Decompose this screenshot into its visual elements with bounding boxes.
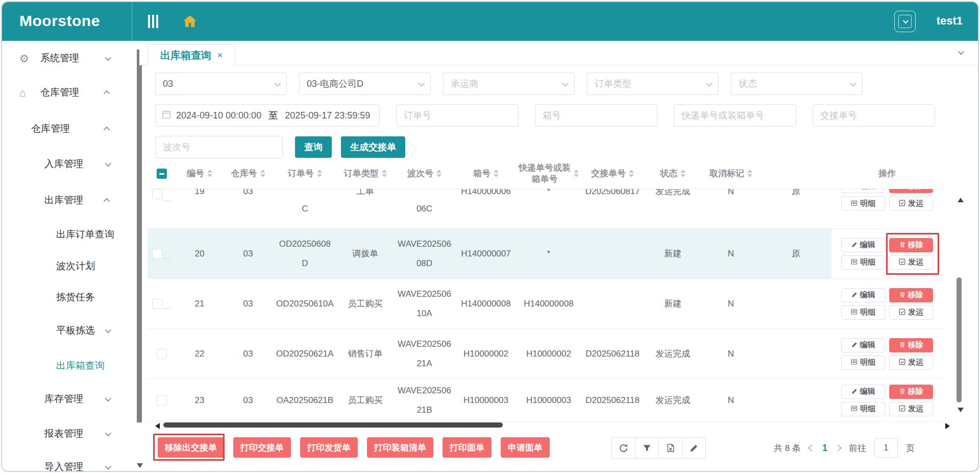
print-packing-list-button[interactable]: 打印装箱清单 [367,437,433,458]
row-expand-dots[interactable]: ... [163,302,172,311]
select-all-checkbox[interactable] [157,169,167,179]
sort-icon[interactable] [494,170,499,177]
detail-button[interactable]: 明细 [841,402,885,416]
warehouse-select[interactable]: 03 [155,73,287,95]
sidebar-item-system-management[interactable]: ⚙系统管理 [2,48,132,68]
column-header-order_type[interactable]: 订单类型 [337,158,394,188]
edit-button[interactable]: 编辑 [841,385,885,399]
detail-button[interactable]: 明细 [841,356,885,370]
column-header-warehouse_no[interactable]: 仓库号 [223,158,273,188]
sidebar-item-report-management[interactable]: 报表管理 [2,423,132,444]
status-select[interactable]: 状态 [731,73,863,95]
ship-button[interactable]: 发运 [889,196,933,210]
funnel-icon[interactable] [635,437,659,459]
remove-button[interactable]: 移除 [889,338,933,352]
row-expand-dots[interactable]: ... [163,252,172,261]
column-header-box_no[interactable]: 箱号 [455,158,517,188]
table-scroll-up-icon[interactable] [958,198,964,202]
edit-button[interactable]: 编辑 [841,288,885,302]
sidebar-item-inbound-management[interactable]: 入库管理 [2,154,132,174]
sidebar-item-inventory-management[interactable]: 库存管理 [2,389,132,409]
sidebar-scroll-down-icon[interactable] [137,463,143,468]
sidebar-scrollbar-thumb[interactable] [137,50,142,422]
company-select[interactable]: 03-电商公司D [299,73,431,95]
column-header-no[interactable]: 编号 [176,158,224,188]
sidebar-item-tablet-picking[interactable]: 平板拣选 [2,320,132,341]
table-scroll-down-icon[interactable] [958,408,964,412]
sidebar-item-warehouse-management-sub[interactable]: 仓库管理 [2,119,132,139]
handover-no-input[interactable] [813,104,935,127]
sort-icon[interactable] [574,170,579,177]
table-row[interactable]: ...2103OD20250610A员工购买WAVE202506 10AH140… [148,279,831,329]
column-header-status[interactable]: 状态 [645,158,701,188]
prev-page-icon[interactable] [808,444,815,452]
sidebar-item-warehouse-management[interactable]: ⌂仓库管理 [2,82,132,103]
edit-pencil-icon[interactable] [682,437,706,459]
column-header-wave_no[interactable]: 波次号 [394,158,455,188]
sort-icon[interactable] [747,170,752,177]
current-page[interactable]: 1 [822,443,827,454]
edit-button[interactable]: 编辑 [841,238,885,252]
row-checkbox[interactable] [152,189,162,199]
detail-button[interactable]: 明细 [841,255,885,270]
order-type-select[interactable]: 订单类型 [587,73,719,95]
next-page-icon[interactable] [835,444,842,452]
table-vertical-scrollbar[interactable] [957,277,962,403]
row-checkbox[interactable] [152,249,162,259]
tab-outbound-box-query[interactable]: 出库箱查询 × [148,44,235,66]
table-row[interactable]: ...1903 C工单 06CH140000006*D2025060817发运完… [148,189,831,229]
request-label-button[interactable]: 申请面单 [501,437,550,458]
remove-button[interactable]: 移除 [889,189,933,193]
remove-button[interactable]: 移除 [889,288,933,302]
sidebar-item-picking-task[interactable]: 拣货任务 [2,287,132,308]
remove-from-handover-button[interactable]: 移除出交接单 [158,437,224,458]
edit-button[interactable]: 编辑 [841,338,885,352]
table-scroll-right-icon[interactable] [945,423,950,429]
home-icon[interactable] [182,13,198,30]
column-header-handover_no[interactable]: 交接单号 [581,158,645,188]
column-header-express_no[interactable]: 快递单号或装 箱单号 [517,158,580,188]
sort-icon[interactable] [317,170,322,177]
refresh-icon[interactable] [611,437,635,459]
sort-icon[interactable] [260,170,265,177]
sort-icon[interactable] [436,170,442,177]
search-button[interactable]: 查询 [295,136,332,158]
menu-collapse-icon[interactable] [148,15,158,28]
print-handover-button[interactable]: 打印交接单 [233,437,291,458]
sort-icon[interactable] [680,170,685,177]
sidebar-item-outbound-order-query[interactable]: 出库订单查询 [2,224,132,245]
date-end[interactable]: 2025-09-17 23:59:59 [285,110,370,121]
sort-icon[interactable] [629,170,634,177]
ship-button[interactable]: 发运 [889,305,933,320]
excel-icon[interactable] [658,437,682,459]
row-expand-dots[interactable]: ... [163,194,172,203]
tab-close-icon[interactable]: × [217,50,223,61]
table-row[interactable]: ...2003OD20250608 D调拨单WAVE202506 08DH140… [148,229,831,279]
column-header-cancel_flag[interactable]: 取消标记 [701,158,761,188]
sidebar-item-wave-plan[interactable]: 波次计划 [2,256,132,276]
print-label-button[interactable]: 打印面单 [443,437,492,458]
carrier-select[interactable]: 承运商 [443,73,575,95]
remove-button[interactable]: 移除 [889,238,933,252]
wave-no-input[interactable] [155,136,283,158]
order-no-input[interactable] [396,104,519,127]
user-dropdown-icon[interactable] [894,11,916,32]
ship-button[interactable]: 发运 [889,402,933,416]
row-checkbox[interactable] [152,299,162,309]
sort-icon[interactable] [382,170,387,177]
column-header-order_no[interactable]: 订单号 [273,158,337,188]
detail-button[interactable]: 明细 [841,196,885,210]
sidebar-item-outbound-management[interactable]: 出库管理 [2,190,132,210]
sidebar-item-outbound-box-query[interactable]: 出库箱查询 [2,356,132,376]
remove-button[interactable]: 移除 [889,385,933,399]
express-no-input[interactable] [674,104,796,127]
sidebar-item-import-management[interactable]: 导入管理 [2,457,132,472]
date-range-picker[interactable]: 2024-09-10 00:00:00 至 2025-09-17 23:59:5… [155,104,380,127]
sort-icon[interactable] [207,170,212,177]
box-no-input[interactable] [535,104,657,127]
table-row[interactable]: 2303OA20250621B员工购买WAVE202506 21BH100000… [148,379,831,422]
generate-handover-button[interactable]: 生成交接单 [341,136,405,158]
ship-button[interactable]: 发运 [889,356,933,370]
table-row[interactable]: 2203OD20250621A销售订单WAVE202506 21AH100000… [148,329,831,379]
row-checkbox[interactable] [157,395,167,406]
